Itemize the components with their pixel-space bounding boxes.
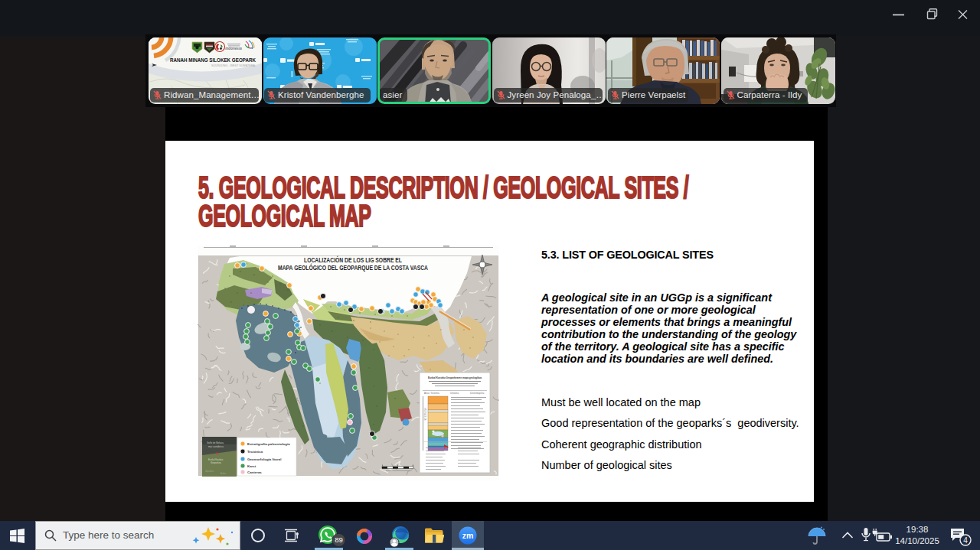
svg-text:Gipuzkoa: Gipuzkoa: [205, 470, 214, 473]
svg-text:4: 4: [963, 536, 968, 545]
svg-text:MAPA GEOLÓGICO DEL GEOPARQUE D: MAPA GEOLÓGICO DEL GEOPARQUE DE LA COSTA…: [278, 263, 428, 272]
svg-text:Geomorfología litoral: Geomorfología litoral: [247, 457, 281, 461]
svg-text:Aroa / Sistema: Aroa / Sistema: [424, 392, 439, 395]
svg-text:Karst: Karst: [247, 464, 256, 468]
svg-text:Canteras: Canteras: [247, 470, 262, 474]
svg-text:Golfo de Bizkaia: Golfo de Bizkaia: [207, 441, 224, 444]
svg-text:KRETAZEOA: KRETAZEOA: [423, 408, 426, 421]
svg-text:SIJUNJUNG - WEST SUMATERA: SIJUNJUNG - WEST SUMATERA: [211, 63, 255, 67]
svg-text:zm: zm: [462, 531, 474, 540]
svg-text:Euskal Kostako Geoparkearen ma: Euskal Kostako Geoparkearen mapa geologi…: [428, 376, 482, 379]
svg-text:indonesia: indonesia: [225, 47, 242, 50]
svg-text:RANAH MINANG SILOKEK GEOPARK: RANAH MINANG SILOKEK GEOPARK: [170, 57, 256, 63]
svg-text:Unitatea: Unitatea: [450, 392, 459, 395]
svg-text:Estratigrafía-paleontología: Estratigrafía-paleontología: [247, 442, 290, 446]
svg-text:Tectónica: Tectónica: [247, 450, 263, 454]
svg-text:Deskribapena: Deskribapena: [470, 392, 485, 395]
svg-text:mar cantábrico: mar cantábrico: [208, 445, 224, 448]
svg-text:Geoparkea: Geoparkea: [211, 461, 221, 464]
svg-text:Araba: Araba: [220, 472, 226, 475]
svg-text:89: 89: [335, 535, 343, 544]
svg-text:LOCALIZACIÓN DE LOS LIG SOBRE: LOCALIZACIÓN DE LOS LIG SOBRE EL: [304, 255, 402, 264]
